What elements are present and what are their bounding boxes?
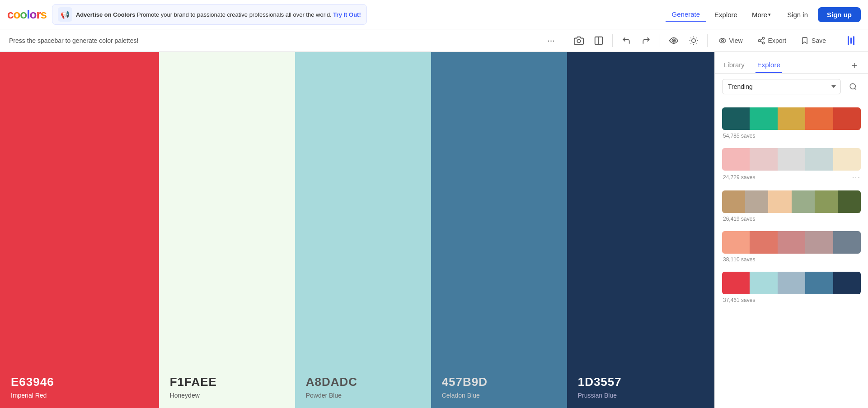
redo-button[interactable]: [638, 32, 654, 49]
nav-links: Generate Explore More ▾ Sign in Sign up: [666, 7, 861, 22]
svg-point-0: [577, 39, 580, 42]
ad-title: Advertise on Coolors: [76, 11, 135, 18]
color-swatch-1[interactable]: F1FAEE Honeydew: [159, 52, 295, 408]
color-swatch-3[interactable]: 457B9D Celadon Blue: [431, 52, 567, 408]
color-name-4: Prussian Blue: [578, 392, 704, 399]
palette-saves-2: 26,419 saves: [722, 216, 861, 222]
svg-line-8: [690, 37, 691, 38]
color-hex-2: A8DADC: [306, 375, 420, 389]
nav-explore[interactable]: Explore: [708, 8, 744, 21]
color-swatch-0[interactable]: E63946 Imperial Red: [0, 52, 159, 408]
svg-point-5: [691, 38, 695, 42]
svg-line-19: [760, 38, 762, 40]
more-options-button[interactable]: ···: [543, 32, 559, 49]
trending-palette-list: 54,785 saves 24,729 saves ···: [715, 100, 868, 408]
svg-line-21: [854, 88, 856, 89]
undo-button[interactable]: [618, 32, 634, 49]
sidebar-search-button[interactable]: [845, 79, 861, 94]
palette-saves-4: 37,461 saves: [722, 297, 861, 303]
ad-icon: 📢: [58, 7, 72, 22]
toolbar-separator-4: [707, 34, 708, 47]
layout-icon: [848, 36, 854, 45]
camera-button[interactable]: [571, 32, 587, 49]
toolbar-hint: Press the spacebar to generate color pal…: [9, 37, 540, 44]
export-label: Export: [768, 37, 786, 44]
toolbar-separator-5: [837, 34, 837, 47]
color-hex-0: E63946: [11, 375, 148, 389]
export-button[interactable]: Export: [752, 34, 792, 47]
toolbar-separator: [565, 34, 565, 47]
trending-palette-0[interactable]: 54,785 saves: [720, 104, 863, 143]
signin-button[interactable]: Sign in: [779, 8, 816, 21]
ad-cta[interactable]: Try It Out!: [333, 11, 361, 18]
palette-saves-3: 38,110 saves: [722, 256, 861, 263]
sidebar-tab-bar: Library Explore +: [715, 52, 868, 74]
nav-more-label: More: [752, 11, 767, 19]
ad-description: Promote your brand to passionate creativ…: [137, 11, 332, 18]
layout-toggle-button[interactable]: [843, 32, 859, 49]
toolbar-separator-2: [612, 34, 613, 47]
svg-line-9: [696, 43, 696, 43]
palette-more-dots-1[interactable]: ···: [852, 173, 861, 181]
brightness-button[interactable]: [685, 32, 702, 49]
sidebar: Library Explore + Trending Popular Lates…: [714, 52, 868, 408]
color-name-1: Honeydew: [170, 392, 284, 399]
add-palette-button[interactable]: +: [848, 58, 861, 73]
toolbar: Press the spacebar to generate color pal…: [0, 29, 868, 52]
view-button[interactable]: View: [713, 34, 748, 47]
trending-select[interactable]: Trending Popular Latest Random: [722, 79, 841, 94]
color-name-2: Powder Blue: [306, 392, 420, 399]
svg-point-20: [850, 83, 855, 89]
svg-point-16: [758, 39, 760, 42]
svg-line-13: [696, 37, 696, 38]
palette-swatches-1: [722, 148, 861, 171]
color-hex-4: 1D3557: [578, 375, 704, 389]
color-swatch-4[interactable]: 1D3557 Prussian Blue: [567, 52, 714, 408]
palette-swatches-0: [722, 107, 861, 130]
main-area: E63946 Imperial Red F1FAEE Honeydew A8DA…: [0, 52, 868, 408]
palette-swatches-2: [722, 190, 861, 213]
colorblind-button[interactable]: [666, 32, 682, 49]
svg-line-12: [690, 43, 691, 43]
sidebar-filter-bar: Trending Popular Latest Random: [715, 74, 868, 100]
nav-generate[interactable]: Generate: [666, 8, 707, 22]
view-label: View: [729, 37, 743, 44]
signup-button[interactable]: Sign up: [818, 7, 861, 22]
panel-toggle-button[interactable]: [591, 32, 607, 49]
chevron-down-icon: ▾: [768, 12, 771, 18]
color-swatch-2[interactable]: A8DADC Powder Blue: [295, 52, 431, 408]
svg-point-17: [762, 42, 765, 44]
tab-explore[interactable]: Explore: [755, 57, 782, 73]
toolbar-separator-3: [660, 34, 660, 47]
nav-more[interactable]: More ▾: [746, 8, 777, 21]
trending-palette-3[interactable]: 38,110 saves: [720, 227, 863, 266]
logo[interactable]: coolors: [7, 8, 47, 22]
color-name-0: Imperial Red: [11, 392, 148, 399]
tab-library[interactable]: Library: [722, 57, 746, 73]
palette-swatches-3: [722, 231, 861, 254]
palette-swatches-4: [722, 272, 861, 294]
color-palette: E63946 Imperial Red F1FAEE Honeydew A8DA…: [0, 52, 714, 408]
palette-saves-0: 54,785 saves: [722, 133, 861, 139]
trending-palette-4[interactable]: 37,461 saves: [720, 268, 863, 307]
color-name-3: Celadon Blue: [442, 392, 556, 399]
color-hex-1: F1FAEE: [170, 375, 284, 389]
save-label: Save: [812, 37, 826, 44]
svg-point-14: [721, 39, 723, 42]
svg-point-15: [762, 37, 765, 39]
ad-banner: 📢 Advertise on Coolors Promote your bran…: [52, 4, 367, 25]
palette-saves-1: 24,729 saves ···: [722, 173, 861, 181]
color-hex-3: 457B9D: [442, 375, 556, 389]
save-button[interactable]: Save: [795, 34, 831, 47]
trending-palette-1[interactable]: 24,729 saves ···: [720, 144, 863, 185]
svg-point-4: [673, 40, 674, 41]
top-navigation: coolors 📢 Advertise on Coolors Promote y…: [0, 0, 868, 29]
trending-palette-2[interactable]: 26,419 saves: [720, 187, 863, 226]
svg-line-18: [760, 41, 762, 42]
ad-text: Advertise on Coolors Promote your brand …: [76, 11, 361, 18]
